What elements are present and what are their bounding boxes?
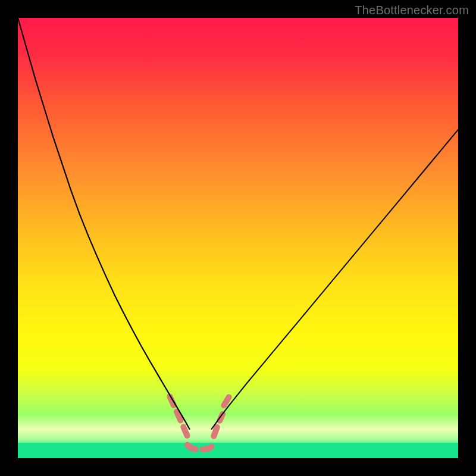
green-band bbox=[18, 443, 458, 458]
chart-frame: TheBottlenecker.com bbox=[0, 0, 476, 476]
bottleneck-chart bbox=[18, 18, 458, 458]
plot-area bbox=[18, 18, 458, 458]
gradient-background bbox=[18, 18, 458, 458]
watermark-label: TheBottlenecker.com bbox=[355, 4, 469, 17]
